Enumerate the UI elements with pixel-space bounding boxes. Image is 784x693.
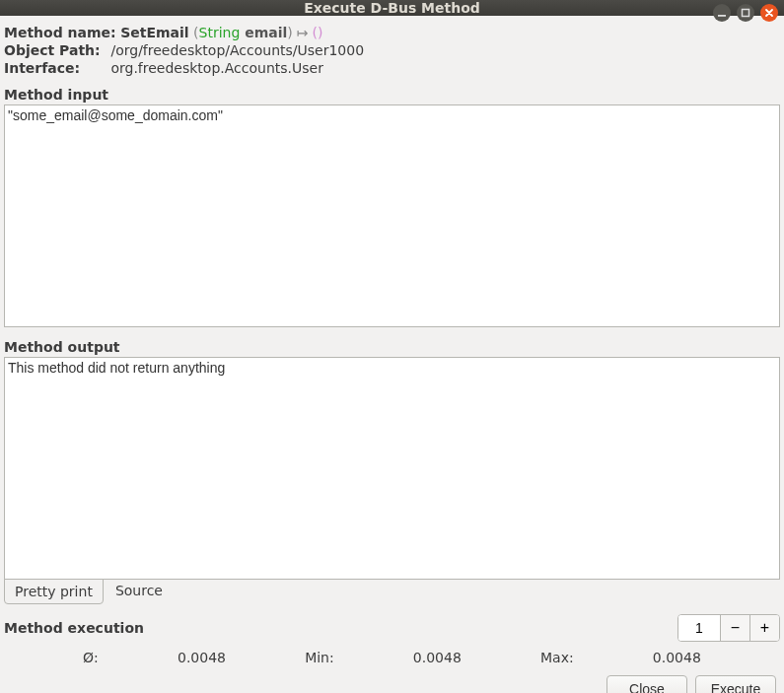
tab-pretty-print[interactable]: Pretty print <box>4 579 104 604</box>
tab-source[interactable]: Source <box>104 579 173 604</box>
method-input-textarea[interactable] <box>4 104 780 327</box>
content-area: Method name: SetEmail (String email)↦() … <box>0 16 784 693</box>
close-icon[interactable] <box>760 4 778 22</box>
interface-label: Interface: <box>4 59 107 77</box>
method-input-heading: Method input <box>4 83 780 104</box>
sig-open: ( <box>189 25 199 40</box>
object-path-label: Object Path: <box>4 41 107 59</box>
execution-count-input[interactable] <box>678 615 720 641</box>
method-output-heading: Method output <box>4 335 780 357</box>
execution-row: Method execution − + <box>4 614 780 642</box>
window-controls <box>713 4 778 22</box>
sig-arg: email <box>240 25 287 40</box>
sig-return: () <box>313 25 323 40</box>
spinner-minus-button[interactable]: − <box>720 615 749 641</box>
method-name-row: Method name: SetEmail (String email)↦() <box>4 24 780 41</box>
stat-min-label: Min: <box>305 650 334 665</box>
object-path-row: Object Path: /org/freedesktop/Accounts/U… <box>4 41 780 59</box>
interface-row: Interface: org.freedesktop.Accounts.User <box>4 59 780 77</box>
minimize-icon[interactable] <box>713 4 731 22</box>
method-name-value: SetEmail <box>120 25 188 40</box>
execution-stats: Ø: 0.0048 Min: 0.0048 Max: 0.0048 <box>4 642 780 669</box>
object-path-value: /org/freedesktop/Accounts/User1000 <box>110 42 364 58</box>
spinner-plus-button[interactable]: + <box>749 615 779 641</box>
method-name-label: Method name: <box>4 24 116 41</box>
svg-rect-0 <box>718 15 726 17</box>
method-execution-heading: Method execution <box>4 620 677 636</box>
sig-arrow-icon: ↦ <box>293 25 313 40</box>
method-output-panel: This method did not return anything <box>4 357 780 580</box>
dialog-buttons: Close Execute <box>4 669 780 693</box>
sig-close: ) <box>287 25 292 40</box>
titlebar: Execute D-Bus Method <box>0 0 784 16</box>
sig-type: String <box>199 25 241 40</box>
stat-avg-value: 0.0048 <box>178 650 226 665</box>
stat-max-label: Max: <box>540 650 574 665</box>
window-title: Execute D-Bus Method <box>0 0 784 16</box>
method-info: Method name: SetEmail (String email)↦() … <box>4 22 780 83</box>
execute-button[interactable]: Execute <box>695 675 776 693</box>
close-button[interactable]: Close <box>606 675 687 693</box>
execution-count-spinner: − + <box>677 614 780 642</box>
output-tabs: Pretty print Source <box>4 579 780 604</box>
stat-avg-label: Ø: <box>83 650 99 665</box>
stat-min-value: 0.0048 <box>413 650 462 665</box>
maximize-icon[interactable] <box>737 4 754 22</box>
svg-rect-1 <box>743 10 749 17</box>
interface-value: org.freedesktop.Accounts.User <box>110 60 323 76</box>
stat-max-value: 0.0048 <box>653 650 701 665</box>
